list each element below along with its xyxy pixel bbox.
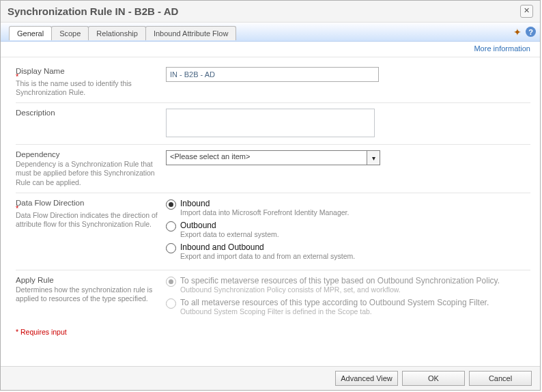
description-input[interactable] xyxy=(166,109,375,137)
field-dependency: Dependency Dependency is a Synchronizati… xyxy=(16,145,530,193)
flow-both-label: Inbound and Outbound xyxy=(180,242,355,252)
apply-policy-label: To specific metaverse resources of this … xyxy=(180,276,500,285)
more-information-link[interactable]: More information xyxy=(474,44,530,53)
apply-policy-desc: Outbound Synchronization Policy consists… xyxy=(180,285,500,294)
new-item-icon[interactable]: ✦ xyxy=(513,27,522,38)
description-label: Description xyxy=(16,109,166,117)
help-icon[interactable]: ? xyxy=(526,27,536,37)
apply-label: Apply Rule xyxy=(16,276,166,284)
close-icon[interactable]: ✕ xyxy=(520,5,533,18)
requires-input-note: * Requires input xyxy=(16,325,530,337)
dependency-select-text: <Please select an item> xyxy=(167,151,367,165)
apply-hint: Determines how the synchronization rule … xyxy=(16,285,166,303)
apply-scoping-desc: Outbound System Scoping Filter is define… xyxy=(180,307,489,316)
info-row: More information xyxy=(1,42,540,57)
flow-hint: Data Flow Direction indicates the direct… xyxy=(16,211,166,229)
field-apply-rule: Apply Rule Determines how the synchroniz… xyxy=(16,270,530,325)
display-name-input[interactable] xyxy=(166,67,379,82)
apply-option-policy: To specific metaverse resources of this … xyxy=(166,276,530,294)
field-display-name: Display Name * This is the name used to … xyxy=(16,57,530,103)
dialog-window: Synchronization Rule IN - B2B - AD ✕ Gen… xyxy=(0,0,541,391)
display-name-label: Display Name xyxy=(16,67,166,75)
cancel-button[interactable]: Cancel xyxy=(469,371,532,386)
field-flow-direction: Data Flow Direction * Data Flow Directio… xyxy=(16,193,530,270)
footer: Advanced View OK Cancel xyxy=(1,366,540,390)
required-marker: * xyxy=(16,75,166,78)
toolbar-icons: ✦ ? xyxy=(513,27,536,38)
flow-outbound-desc: Export data to external system. xyxy=(180,230,279,238)
chevron-down-icon[interactable]: ▾ xyxy=(367,151,380,165)
required-marker: * xyxy=(16,207,166,210)
radio-apply-policy xyxy=(166,277,176,287)
tabs: General Scope Relationship Inbound Attri… xyxy=(9,26,236,40)
flow-inbound-desc: Import data into Microsoft Forefront Ide… xyxy=(180,208,349,216)
radio-apply-scoping xyxy=(166,298,176,309)
dependency-select[interactable]: <Please select an item> ▾ xyxy=(166,150,380,165)
titlebar: Synchronization Rule IN - B2B - AD ✕ xyxy=(1,1,540,23)
tab-inbound-attribute-flow[interactable]: Inbound Attribute Flow xyxy=(145,26,236,40)
tab-general[interactable]: General xyxy=(9,26,52,40)
radio-inbound[interactable] xyxy=(166,199,176,210)
window-title: Synchronization Rule IN - B2B - AD xyxy=(8,5,520,17)
dependency-hint: Dependency is a Synchronization Rule tha… xyxy=(16,160,166,186)
tab-scope[interactable]: Scope xyxy=(51,26,89,40)
flow-option-inbound: Inbound Import data into Microsoft Foref… xyxy=(166,199,530,216)
flow-option-outbound: Outbound Export data to external system. xyxy=(166,221,530,238)
field-description: Description xyxy=(16,103,530,145)
dependency-label: Dependency xyxy=(16,150,166,158)
flow-outbound-label: Outbound xyxy=(180,221,279,230)
radio-outbound[interactable] xyxy=(166,221,176,232)
flow-option-both: Inbound and Outbound Export and import d… xyxy=(166,242,530,260)
content-area: Display Name * This is the name used to … xyxy=(1,57,540,366)
flow-label: Data Flow Direction xyxy=(16,199,166,207)
ok-button[interactable]: OK xyxy=(402,371,465,386)
apply-option-scoping: To all metaverse resources of this type … xyxy=(166,298,530,316)
apply-scoping-label: To all metaverse resources of this type … xyxy=(180,298,489,307)
flow-both-desc: Export and import data to and from an ex… xyxy=(180,252,355,260)
radio-both[interactable] xyxy=(166,243,176,253)
flow-inbound-label: Inbound xyxy=(180,199,349,208)
tab-relationship[interactable]: Relationship xyxy=(88,26,146,40)
display-name-hint: This is the name used to identify this S… xyxy=(16,79,166,97)
tab-bar: General Scope Relationship Inbound Attri… xyxy=(1,23,540,42)
advanced-view-button[interactable]: Advanced View xyxy=(335,371,398,386)
